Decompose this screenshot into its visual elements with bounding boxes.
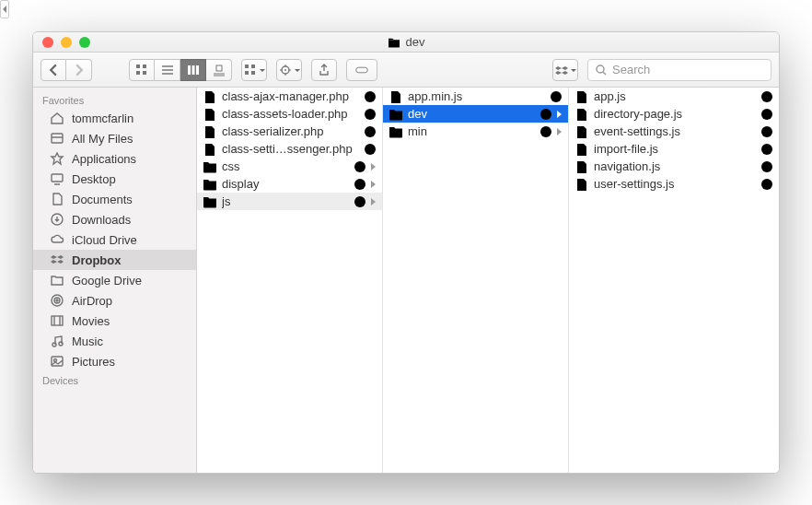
icon-view-button[interactable] <box>129 59 155 81</box>
cloud-icon <box>50 232 64 247</box>
dropbox-icon <box>50 252 64 267</box>
sync-ok-icon <box>760 90 773 103</box>
close-button[interactable] <box>42 37 53 48</box>
file-row[interactable]: class-serializer.php <box>197 123 382 140</box>
file-name: dev <box>408 107 535 121</box>
search-field[interactable]: Search <box>587 59 771 81</box>
pictures-icon <box>50 354 64 369</box>
share-button[interactable] <box>311 59 337 81</box>
file-row[interactable]: class-ajax-manager.php <box>197 88 382 105</box>
folder-icon <box>203 160 217 173</box>
svg-rect-5 <box>143 65 146 68</box>
sidebar-item-downloads[interactable]: Downloads <box>33 209 196 229</box>
file-name: css <box>222 159 349 173</box>
arrange-button[interactable] <box>241 59 267 81</box>
file-row[interactable]: js <box>197 193 382 210</box>
sidebar-item-dropbox[interactable]: Dropbox <box>33 250 196 270</box>
svg-rect-7 <box>143 71 146 75</box>
minimize-button[interactable] <box>61 37 72 48</box>
file-row[interactable]: directory-page.js <box>569 105 779 123</box>
sidebar-item-desktop[interactable]: Desktop <box>33 169 196 189</box>
action-button[interactable] <box>276 59 302 81</box>
nav-buttons <box>41 59 92 81</box>
column-view-button[interactable] <box>180 59 206 81</box>
sidebar-item-applications[interactable]: Applications <box>33 148 196 169</box>
file-name: class-serializer.php <box>222 124 359 138</box>
zoom-button[interactable] <box>79 37 90 48</box>
file-row[interactable]: css <box>197 158 382 175</box>
svg-point-42 <box>54 359 57 362</box>
file-name: min <box>408 124 535 138</box>
sync-ok-icon <box>354 160 366 173</box>
column-resize-handle[interactable] <box>774 88 779 473</box>
file-row[interactable]: dev <box>383 105 568 123</box>
svg-rect-27 <box>356 67 368 73</box>
sync-ok-icon <box>760 160 773 173</box>
sidebar-item-icloud-drive[interactable]: iCloud Drive <box>33 229 196 250</box>
file-row[interactable]: navigation.js <box>569 158 779 175</box>
file-row[interactable]: min <box>383 123 568 140</box>
coverflow-view-button[interactable] <box>206 59 232 81</box>
folder-icon <box>389 125 403 138</box>
svg-rect-20 <box>251 71 255 75</box>
svg-rect-18 <box>251 65 255 68</box>
sidebar-item-all-my-files[interactable]: All My Files <box>33 128 196 148</box>
file-name: class-setti…ssenger.php <box>222 142 359 156</box>
sidebar-item-google-drive[interactable]: Google Drive <box>33 270 196 290</box>
toolbar: Search <box>33 53 779 88</box>
file-row[interactable]: event-settings.js <box>569 123 779 140</box>
tags-button[interactable] <box>346 59 377 81</box>
movies-icon <box>50 313 64 328</box>
sidebar-item-tommcfarlin[interactable]: tommcfarlin <box>33 108 196 128</box>
sync-ok-icon <box>760 108 773 121</box>
php-file-icon <box>203 143 217 156</box>
apps-icon <box>50 151 64 166</box>
svg-rect-12 <box>191 65 194 75</box>
list-view-button[interactable] <box>155 59 180 81</box>
sidebar-item-pictures[interactable]: Pictures <box>33 351 196 371</box>
airdrop-icon <box>50 293 64 308</box>
file-row[interactable]: display <box>197 175 382 193</box>
sync-ok-icon <box>760 178 773 191</box>
svg-rect-13 <box>196 65 199 75</box>
svg-rect-19 <box>245 71 249 75</box>
js-file-icon <box>574 143 589 156</box>
sidebar-item-airdrop[interactable]: AirDrop <box>33 290 196 311</box>
file-row[interactable]: class-assets-loader.php <box>197 105 382 123</box>
file-row[interactable]: app.js <box>569 88 779 105</box>
sidebar-item-movies[interactable]: Movies <box>33 311 196 331</box>
column-1: app.min.jsdevmin <box>383 88 569 473</box>
file-name: user-settings.js <box>594 177 756 191</box>
sync-ok-icon <box>364 90 377 103</box>
sync-ok-icon <box>550 90 563 103</box>
home-icon <box>50 111 64 125</box>
folder-icon <box>389 108 403 121</box>
file-name: app.min.js <box>408 89 545 103</box>
sidebar-section-header: Devices <box>33 371 196 388</box>
file-row[interactable]: class-setti…ssenger.php <box>197 140 382 158</box>
traffic-lights <box>33 37 90 48</box>
file-row[interactable]: import-file.js <box>569 140 779 158</box>
back-button[interactable] <box>41 59 66 81</box>
svg-rect-36 <box>52 316 63 325</box>
svg-rect-28 <box>52 134 63 143</box>
file-row[interactable]: user-settings.js <box>569 175 779 193</box>
sidebar-item-label: AirDrop <box>72 294 112 308</box>
sidebar-item-label: Dropbox <box>72 253 121 267</box>
forward-button[interactable] <box>66 59 92 81</box>
svg-rect-11 <box>188 65 191 75</box>
svg-rect-6 <box>136 71 140 75</box>
file-row[interactable]: app.min.js <box>383 88 568 105</box>
dropbox-toolbar-button[interactable] <box>552 59 578 81</box>
sidebar-item-label: Documents <box>72 193 133 206</box>
file-name: class-ajax-manager.php <box>222 89 359 103</box>
music-icon <box>50 334 64 348</box>
chevron-right-icon <box>371 194 377 208</box>
js-file-icon <box>389 90 403 103</box>
window-body: FavoritestommcfarlinAll My FilesApplicat… <box>33 88 779 473</box>
file-name: js <box>222 194 349 208</box>
sidebar-item-label: Desktop <box>72 172 116 186</box>
sidebar-item-music[interactable]: Music <box>33 331 196 351</box>
sidebar-item-documents[interactable]: Documents <box>33 189 196 209</box>
svg-rect-14 <box>216 65 222 71</box>
